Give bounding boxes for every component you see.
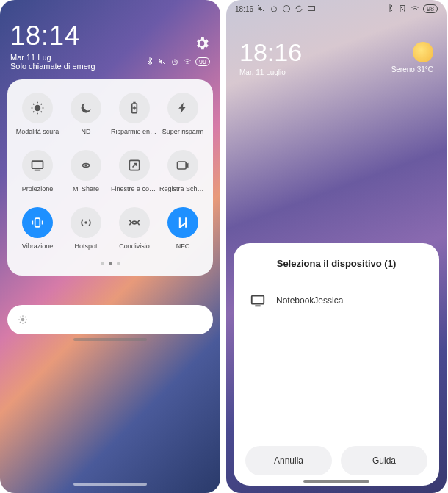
alarm-icon — [170, 57, 179, 66]
qs-tile-battery-saver[interactable]: Risparmio energet — [110, 93, 159, 135]
bluetooth-icon — [386, 4, 394, 13]
battery-indicator: 99 — [195, 57, 210, 66]
qs-tile-hotspot[interactable]: Hotspot — [62, 207, 110, 250]
monitor-icon — [250, 292, 266, 309]
cast-icon — [22, 150, 53, 181]
guide-button[interactable]: Guida — [341, 446, 427, 475]
phone-left: 18:14 Mar 11 Lug Solo chiamate di emerg … — [0, 0, 220, 493]
qs-tile-label: Condivisio — [119, 242, 150, 250]
svg-line-10 — [41, 104, 42, 104]
home-indicator[interactable] — [73, 338, 147, 341]
qs-tile-dark-mode[interactable]: Modalità scura — [13, 93, 62, 135]
svg-point-34 — [272, 7, 277, 12]
nosim-icon — [398, 4, 407, 13]
qs-tile-label: Mi Share — [73, 185, 99, 192]
pager-dots — [13, 262, 207, 265]
bluetooth-icon — [145, 57, 154, 66]
share-icon — [119, 207, 150, 238]
quick-settings-panel: Modalità scuraNDRisparmio energetSuper r… — [7, 79, 213, 276]
qs-tile-label: Modalità scura — [16, 128, 59, 135]
alarm-icon — [270, 4, 278, 13]
settings-icon[interactable] — [194, 35, 210, 51]
svg-line-9 — [33, 112, 34, 112]
qs-tile-label: NFC — [176, 242, 190, 250]
qs-tile-bolt[interactable]: Super risparm — [159, 93, 207, 135]
wifi-icon — [183, 57, 192, 66]
clock: 18:14 — [10, 21, 80, 51]
svg-rect-20 — [35, 218, 40, 227]
svg-point-2 — [35, 105, 40, 111]
bolt-icon — [167, 93, 198, 123]
sheet-title: Seleziona il dispositivo (1) — [245, 258, 427, 269]
sun-icon — [413, 42, 433, 62]
device-row[interactable]: NotebookJessica — [245, 288, 427, 313]
battery-indicator: 98 — [423, 4, 438, 13]
mishare-icon — [71, 150, 101, 181]
status-time: 18:16 — [235, 5, 253, 13]
brightness-slider[interactable] — [7, 305, 213, 334]
qs-tile-screen-record[interactable]: Registra Schermo — [159, 150, 207, 192]
svg-line-8 — [41, 112, 42, 112]
status-bar: 18:16 98 — [226, 0, 447, 13]
qs-tile-popup-window[interactable]: Finestre a compar — [110, 150, 159, 192]
qs-tile-label: Risparmio energet — [111, 128, 158, 135]
phone-right: 18:16 98 18:16 Mar, 11 Luglio Sereno 31°… — [226, 0, 447, 493]
brightness-icon — [18, 314, 28, 325]
vibrate-icon — [22, 207, 53, 238]
mute-icon — [257, 4, 266, 13]
weather-widget[interactable]: Sereno 31°C — [391, 42, 433, 73]
svg-point-24 — [21, 318, 25, 322]
qs-tile-nfc[interactable]: NFC — [159, 207, 207, 250]
sync-icon — [295, 4, 303, 13]
qs-tile-cast[interactable]: Proiezione — [13, 150, 62, 192]
qs-tile-label: Hotspot — [74, 242, 97, 250]
qs-tile-label: Proiezione — [22, 185, 54, 192]
status-indicators: 99 — [145, 57, 210, 66]
home-date: Mar, 11 Luglio — [239, 67, 302, 76]
svg-point-23 — [84, 221, 87, 223]
status-bar: 18:14 — [0, 0, 220, 51]
qs-tile-moon[interactable]: ND — [62, 93, 110, 135]
mute-icon — [158, 57, 167, 66]
svg-point-35 — [283, 6, 290, 12]
moon-icon — [71, 93, 101, 123]
whatsapp-icon — [282, 4, 291, 13]
device-name: NotebookJessica — [276, 295, 343, 306]
svg-line-7 — [33, 104, 34, 104]
svg-line-31 — [20, 322, 21, 323]
nfc-icon — [167, 207, 198, 238]
qs-tile-label: Registra Schermo — [159, 185, 206, 192]
qs-tile-label: Super risparm — [162, 128, 204, 135]
device-select-sheet: Seleziona il dispositivo (1) NotebookJes… — [234, 243, 439, 486]
home-indicator-bottom[interactable] — [73, 483, 147, 486]
cancel-button[interactable]: Annulla — [245, 446, 332, 475]
home-indicator[interactable] — [303, 480, 369, 483]
dark-mode-icon — [22, 93, 53, 123]
svg-rect-36 — [308, 7, 315, 11]
battery-saver-icon — [119, 93, 150, 123]
cast-icon — [307, 4, 316, 13]
svg-line-29 — [20, 317, 21, 317]
wifi-icon — [411, 4, 419, 13]
hotspot-icon — [71, 207, 101, 238]
qs-tile-label: Vibrazione — [22, 242, 53, 250]
svg-rect-39 — [252, 296, 264, 304]
screen-record-icon — [167, 150, 198, 181]
qs-tile-label: Finestre a compar — [111, 185, 158, 192]
carrier-label: Solo chiamate di emerg — [10, 62, 95, 71]
svg-line-30 — [25, 322, 26, 323]
qs-tile-share[interactable]: Condivisio — [110, 207, 159, 250]
svg-point-17 — [84, 164, 87, 166]
svg-line-32 — [25, 317, 26, 317]
svg-rect-15 — [32, 161, 43, 168]
qs-tile-vibrate[interactable]: Vibrazione — [13, 207, 62, 250]
home-clock: 18:16 — [239, 38, 302, 67]
popup-window-icon — [119, 150, 150, 181]
qs-tile-label: ND — [82, 128, 91, 135]
qs-tile-mishare[interactable]: Mi Share — [62, 150, 110, 192]
svg-rect-19 — [178, 162, 187, 169]
date-label: Mar 11 Lug — [10, 53, 95, 62]
